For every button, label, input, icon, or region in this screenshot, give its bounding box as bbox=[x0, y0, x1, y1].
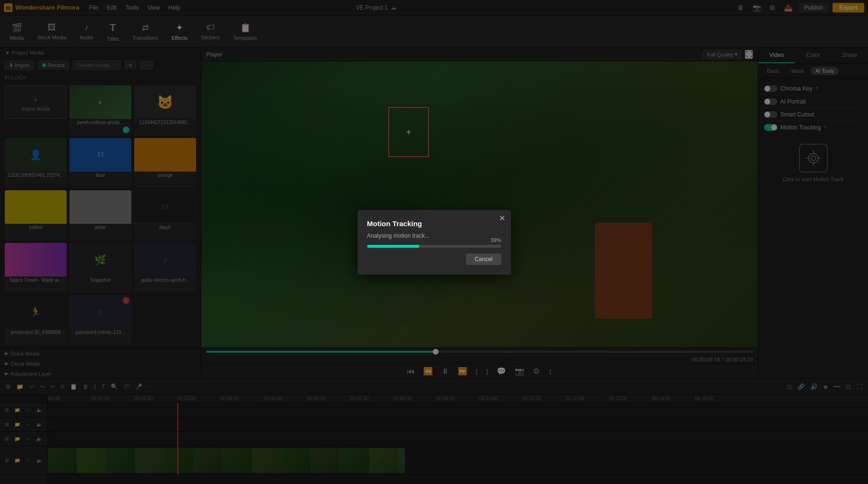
motion-tracking-modal: ✕ Motion Tracking Analysing motion track… bbox=[358, 210, 511, 275]
modal-progress-fill bbox=[367, 245, 419, 248]
modal-subtitle: Analysing motion track... bbox=[367, 232, 501, 239]
modal-cancel-button[interactable]: Cancel bbox=[466, 254, 501, 265]
modal-progress-pct: 39% bbox=[490, 237, 501, 243]
modal-title: Motion Tracking bbox=[367, 219, 501, 228]
modal-progress-bar: 39% bbox=[367, 245, 501, 248]
modal-overlay: ✕ Motion Tracking Analysing motion track… bbox=[0, 0, 868, 484]
modal-close-button[interactable]: ✕ bbox=[499, 214, 505, 223]
modal-footer: Cancel bbox=[367, 254, 501, 265]
